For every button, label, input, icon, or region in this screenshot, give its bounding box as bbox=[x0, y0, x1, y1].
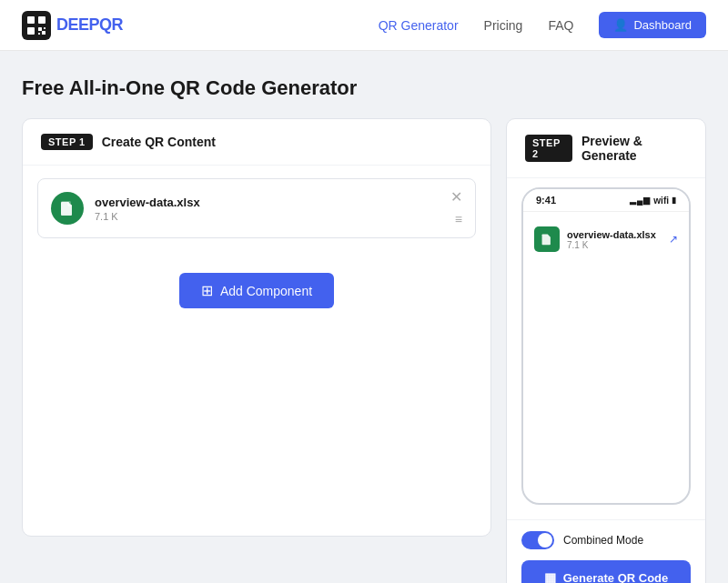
right-panel: STEP 2 Preview & Generate 9:41 ▂▄▆ wifi … bbox=[506, 118, 706, 583]
phone-status-bar: 9:41 ▂▄▆ wifi ▮ bbox=[523, 189, 689, 212]
phone-time: 9:41 bbox=[536, 195, 556, 206]
right-panel-title: Preview & Generate bbox=[581, 134, 687, 163]
nav-link-faq[interactable]: FAQ bbox=[548, 18, 573, 33]
logo-icon bbox=[22, 11, 51, 40]
phone-file-name: overview-data.xlsx bbox=[567, 229, 656, 240]
qr-code-icon: ▦ bbox=[544, 570, 556, 583]
phone-container: 9:41 ▂▄▆ wifi ▮ bbox=[507, 178, 705, 519]
logo: DEEPQR bbox=[22, 11, 123, 40]
bottom-controls: Combined Mode ▦ Generate QR Code bbox=[507, 519, 705, 583]
svg-rect-6 bbox=[38, 33, 40, 35]
file-info: overview-data.xlsx 7.1 K bbox=[95, 196, 200, 222]
file-item-right: ✕ ≡ bbox=[450, 190, 462, 226]
left-panel: STEP 1 Create QR Content overview-data.x… bbox=[22, 118, 491, 537]
file-item: overview-data.xlsx 7.1 K ✕ ≡ bbox=[37, 178, 476, 238]
nav-link-pricing[interactable]: Pricing bbox=[484, 18, 523, 33]
svg-rect-7 bbox=[42, 31, 46, 35]
file-item-left: overview-data.xlsx 7.1 K bbox=[51, 192, 200, 225]
main-columns: STEP 1 Create QR Content overview-data.x… bbox=[22, 118, 706, 583]
nav-links: QR Generator Pricing FAQ 👤 Dashboard bbox=[379, 12, 706, 38]
phone-file-size: 7.1 K bbox=[567, 240, 656, 250]
phone-file-icon bbox=[534, 226, 560, 252]
step2-badge: STEP 2 bbox=[525, 135, 572, 162]
phone-file-info: overview-data.xlsx 7.1 K bbox=[567, 229, 656, 250]
battery-icon: ▮ bbox=[672, 196, 676, 205]
logo-text: DEEPQR bbox=[56, 15, 123, 35]
file-name: overview-data.xlsx bbox=[95, 196, 200, 209]
svg-rect-4 bbox=[38, 27, 42, 31]
toggle-knob bbox=[538, 533, 552, 548]
add-component-button[interactable]: ⊞ Add Component bbox=[179, 273, 334, 308]
file-close-button[interactable]: ✕ bbox=[450, 190, 462, 205]
left-panel-header: STEP 1 Create QR Content bbox=[23, 119, 490, 166]
wifi-icon: wifi bbox=[653, 196, 669, 206]
svg-rect-3 bbox=[27, 27, 35, 35]
right-panel-header: STEP 2 Preview & Generate bbox=[507, 119, 705, 178]
svg-rect-2 bbox=[38, 16, 46, 24]
svg-rect-0 bbox=[22, 11, 51, 40]
page-title: Free All-in-One QR Code Generator bbox=[22, 76, 706, 100]
signal-icon: ▂▄▆ bbox=[630, 196, 651, 205]
left-panel-title: Create QR Content bbox=[102, 135, 216, 149]
file-size: 7.1 K bbox=[95, 211, 200, 222]
combined-mode-label: Combined Mode bbox=[563, 534, 643, 547]
phone-file-row: overview-data.xlsx 7.1 K ↗ bbox=[534, 221, 678, 257]
file-menu-icon[interactable]: ≡ bbox=[455, 212, 462, 226]
svg-rect-1 bbox=[27, 16, 35, 24]
generate-qr-button[interactable]: ▦ Generate QR Code bbox=[521, 560, 691, 583]
navbar: DEEPQR QR Generator Pricing FAQ 👤 Dashbo… bbox=[0, 0, 728, 51]
add-component-area: ⊞ Add Component bbox=[23, 251, 490, 330]
phone-status-icons: ▂▄▆ wifi ▮ bbox=[630, 196, 676, 206]
phone-external-link-icon[interactable]: ↗ bbox=[669, 233, 678, 246]
svg-rect-5 bbox=[44, 27, 46, 29]
dashboard-button[interactable]: 👤 Dashboard bbox=[599, 12, 706, 38]
dashboard-icon: 👤 bbox=[613, 18, 628, 32]
file-icon bbox=[51, 192, 84, 225]
phone-mockup: 9:41 ▂▄▆ wifi ▮ bbox=[521, 187, 691, 505]
nav-link-qr-generator[interactable]: QR Generator bbox=[379, 18, 459, 33]
phone-file-left: overview-data.xlsx 7.1 K bbox=[534, 226, 656, 252]
phone-content: overview-data.xlsx 7.1 K ↗ bbox=[523, 212, 689, 503]
page-body: Free All-in-One QR Code Generator STEP 1… bbox=[0, 51, 728, 583]
add-icon: ⊞ bbox=[201, 282, 213, 299]
combined-mode-toggle[interactable] bbox=[521, 531, 554, 549]
combined-mode-row: Combined Mode bbox=[521, 531, 691, 549]
step1-badge: STEP 1 bbox=[41, 134, 93, 150]
